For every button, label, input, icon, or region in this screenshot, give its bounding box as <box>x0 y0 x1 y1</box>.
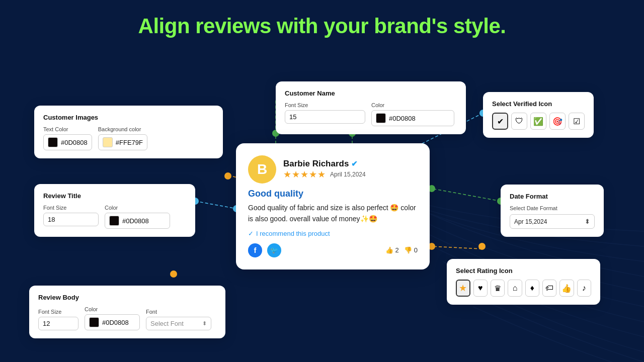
rating-icon-music[interactable]: ♪ <box>577 280 591 297</box>
vote-area: 👍 2 👎 0 <box>385 246 418 254</box>
date-format-sub-label: Select Date Format <box>510 205 595 211</box>
rating-icon-thumbs-up[interactable]: 👍 <box>559 280 574 297</box>
text-color-label: Text Color <box>43 126 92 132</box>
rt-color-input[interactable]: #0D0808 <box>105 213 170 229</box>
thumbs-down-icon: 👎 <box>404 246 412 254</box>
date-format-select[interactable]: Apr 15,2024 ⬍ <box>510 214 595 229</box>
headline-highlight: brand's style. <box>374 14 506 38</box>
rb-color-input[interactable]: #0D0808 <box>85 314 140 330</box>
rating-icon-house[interactable]: ⌂ <box>508 280 522 297</box>
rating-icon-row: ★ ♥ ♛ ⌂ ♦ 🏷 👍 ♪ <box>456 280 591 297</box>
select-font-input[interactable]: Select Font ⬍ <box>146 317 211 330</box>
date-format-label: Date Format <box>510 193 595 200</box>
verified-badge-icon: ✔ <box>351 159 358 168</box>
verified-icon-target[interactable]: 🎯 <box>549 113 566 130</box>
cn-font-size-input[interactable]: 15 <box>285 110 365 124</box>
review-body-label: Review Body <box>38 294 216 301</box>
avatar: B <box>248 155 276 184</box>
verified-icon-circle-check[interactable]: ✔ <box>492 113 508 130</box>
rt-color-label: Color <box>105 205 170 211</box>
bg-color-label: Background color <box>98 126 147 132</box>
rt-font-size-input[interactable]: 18 <box>43 213 99 226</box>
cn-color-swatch <box>376 113 386 123</box>
thumbs-up-icon: 👍 <box>385 246 393 254</box>
reviewer-name-text: Barbie Richards <box>283 159 349 169</box>
recommend-label: I recommend this product <box>256 230 330 237</box>
review-title-text: Good quality <box>248 189 418 199</box>
verified-icon-card: Select Verified Icon ✔ 🛡 ✅ 🎯 ☑ <box>483 92 594 138</box>
verified-icon-label: Select Verified Icon <box>492 100 585 108</box>
bg-color-value: #FFE79F <box>116 139 143 146</box>
twitter-icon[interactable]: 🐦 <box>267 243 281 257</box>
date-format-value: Apr 15,2024 <box>514 218 547 225</box>
review-header: B Barbie Richards ✔ ★★★★★ April 15,2024 <box>248 155 418 184</box>
review-title-label: Review Title <box>43 192 186 200</box>
verified-icon-checkmark-square[interactable]: ☑ <box>569 113 585 130</box>
text-color-value: #0D0808 <box>61 139 88 146</box>
verified-icon-badge-check[interactable]: ✅ <box>530 113 546 130</box>
rt-font-size-value: 18 <box>48 216 55 223</box>
rb-font-size-input[interactable]: 12 <box>38 317 78 330</box>
cn-font-size-value: 15 <box>289 113 296 121</box>
text-color-input[interactable]: #0D0808 <box>43 134 92 150</box>
customer-name-label: Customer Name <box>285 89 457 97</box>
rt-color-value: #0D0808 <box>122 217 149 225</box>
rb-font-size-label: Font Size <box>38 309 78 315</box>
headline-plain: Align reviews with your <box>138 14 374 38</box>
svg-point-11 <box>170 270 177 278</box>
rt-color-swatch <box>109 216 119 226</box>
review-footer: f 🐦 👍 2 👎 0 <box>248 243 418 257</box>
chevron-up-down-icon: ⬍ <box>585 218 590 225</box>
rating-icon-label: Select Rating Icon <box>456 267 591 275</box>
cn-color-label: Color <box>371 102 454 108</box>
thumbs-down-count: 0 <box>414 246 418 254</box>
thumbs-up-btn[interactable]: 👍 2 <box>385 246 399 254</box>
thumbs-down-btn[interactable]: 👎 0 <box>404 246 418 254</box>
rating-icon-diamond[interactable]: ♦ <box>525 280 539 297</box>
chevron-down-icon: ⬍ <box>202 320 207 327</box>
review-card: B Barbie Richards ✔ ★★★★★ April 15,2024 … <box>236 143 430 269</box>
rating-icon-crown[interactable]: ♛ <box>491 280 505 297</box>
rb-color-label: Color <box>85 306 140 312</box>
headline: Align reviews with your brand's style. <box>0 0 644 38</box>
rating-icon-card: Select Rating Icon ★ ♥ ♛ ⌂ ♦ 🏷 👍 ♪ <box>447 259 600 305</box>
rb-font-label: Font <box>146 309 211 315</box>
text-color-swatch <box>48 137 58 147</box>
review-title-card: Review Title Font Size 18 Color #0D0808 <box>34 184 195 237</box>
rating-icon-heart[interactable]: ♥ <box>473 280 488 297</box>
rb-font-size-value: 12 <box>43 320 50 327</box>
reviewer-name: Barbie Richards ✔ <box>283 159 366 169</box>
date-format-card: Date Format Select Date Format Apr 15,20… <box>501 185 604 237</box>
facebook-icon[interactable]: f <box>248 243 262 257</box>
customer-name-card: Customer Name Font Size 15 Color #0D0808 <box>276 81 466 134</box>
rb-color-swatch <box>89 317 99 327</box>
svg-point-10 <box>224 172 231 179</box>
bg-color-input[interactable]: #FFE79F <box>98 134 147 150</box>
avatar-letter: B <box>257 161 267 177</box>
cn-color-value: #0D0808 <box>389 115 416 122</box>
rating-icon-star[interactable]: ★ <box>456 280 470 297</box>
social-icons: f 🐦 <box>248 243 281 257</box>
review-date: April 15,2024 <box>330 171 366 178</box>
fb-letter: f <box>254 246 257 254</box>
rt-font-size-label: Font Size <box>43 205 99 211</box>
verified-icon-shield[interactable]: 🛡 <box>511 113 527 130</box>
review-body-text: Good quality of fabric and size is also … <box>248 202 418 225</box>
customer-images-label: Customer Images <box>43 114 214 121</box>
verified-icon-row: ✔ 🛡 ✅ 🎯 ☑ <box>492 113 585 130</box>
recommend-text: ✓ I recommend this product <box>248 230 418 237</box>
checkmark-icon: ✓ <box>248 230 254 237</box>
review-stars: ★★★★★ <box>283 169 326 180</box>
rating-icon-tag[interactable]: 🏷 <box>542 280 556 297</box>
svg-point-6 <box>478 243 486 250</box>
customer-images-card: Customer Images Text Color #0D0808 Backg… <box>34 106 223 158</box>
rb-color-value: #0D0808 <box>102 319 129 326</box>
tw-letter: 🐦 <box>270 246 278 254</box>
cn-font-size-label: Font Size <box>285 102 365 108</box>
cn-color-input[interactable]: #0D0808 <box>371 110 454 126</box>
select-font-placeholder: Select Font <box>150 320 184 327</box>
thumbs-up-count: 2 <box>395 246 399 254</box>
review-body-card: Review Body Font Size 12 Color #0D0808 F… <box>29 286 225 338</box>
bg-color-swatch <box>103 137 113 147</box>
